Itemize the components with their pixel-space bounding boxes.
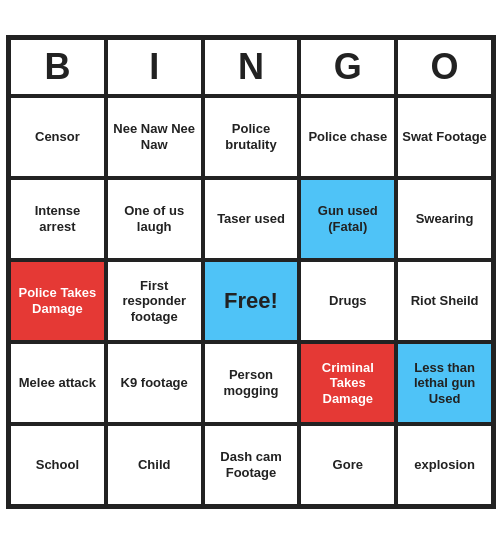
bingo-cell[interactable]: Drugs (299, 260, 396, 342)
bingo-cell[interactable]: Criminal Takes Damage (299, 342, 396, 424)
bingo-cell[interactable]: Less than lethal gun Used (396, 342, 493, 424)
bingo-grid: CensorNee Naw Nee NawPolice brutalityPol… (9, 96, 493, 506)
bingo-cell[interactable]: Swat Footage (396, 96, 493, 178)
bingo-cell[interactable]: Police Takes Damage (9, 260, 106, 342)
header-letter: O (396, 38, 493, 96)
bingo-cell[interactable]: Gore (299, 424, 396, 506)
bingo-cell[interactable]: Child (106, 424, 203, 506)
header-letter: I (106, 38, 203, 96)
bingo-cell[interactable]: Police chase (299, 96, 396, 178)
bingo-cell[interactable]: Police brutality (203, 96, 300, 178)
bingo-cell[interactable]: Melee attack (9, 342, 106, 424)
bingo-cell[interactable]: Free! (203, 260, 300, 342)
bingo-cell[interactable]: Censor (9, 96, 106, 178)
bingo-cell[interactable]: First responder footage (106, 260, 203, 342)
bingo-cell[interactable]: Swearing (396, 178, 493, 260)
bingo-cell[interactable]: Riot Sheild (396, 260, 493, 342)
bingo-cell[interactable]: explosion (396, 424, 493, 506)
bingo-cell[interactable]: K9 footage (106, 342, 203, 424)
bingo-cell[interactable]: Intense arrest (9, 178, 106, 260)
bingo-card: BINGO CensorNee Naw Nee NawPolice brutal… (6, 35, 496, 509)
bingo-cell[interactable]: Nee Naw Nee Naw (106, 96, 203, 178)
bingo-cell[interactable]: Gun used (Fatal) (299, 178, 396, 260)
header-letter: B (9, 38, 106, 96)
bingo-cell[interactable]: School (9, 424, 106, 506)
bingo-cell[interactable]: Person mogging (203, 342, 300, 424)
header-letter: N (203, 38, 300, 96)
bingo-cell[interactable]: Dash cam Footage (203, 424, 300, 506)
bingo-cell[interactable]: One of us laugh (106, 178, 203, 260)
header-letter: G (299, 38, 396, 96)
bingo-header: BINGO (9, 38, 493, 96)
bingo-cell[interactable]: Taser used (203, 178, 300, 260)
